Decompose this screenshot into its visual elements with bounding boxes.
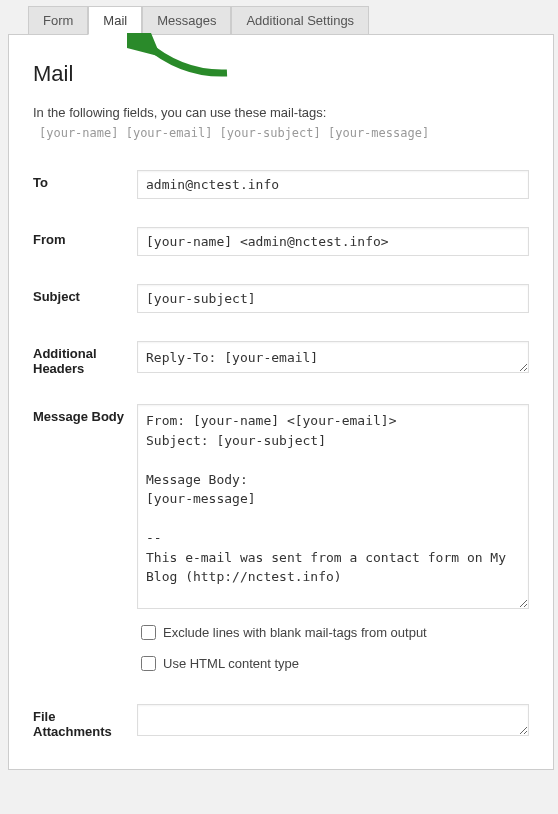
exclude-blank-label: Exclude lines with blank mail-tags from … — [163, 625, 427, 640]
mailtags-list: [your-name] [your-email] [your-subject] … — [39, 126, 529, 140]
use-html-checkbox[interactable] — [141, 656, 156, 671]
additional-headers-input[interactable] — [137, 341, 529, 373]
panel-heading: Mail — [33, 61, 529, 87]
file-attachments-label: File Attachments — [33, 704, 137, 739]
additional-headers-label: Additional Headers — [33, 341, 137, 376]
to-input[interactable] — [137, 170, 529, 199]
mail-panel: Mail In the following fields, you can us… — [8, 34, 554, 770]
use-html-label: Use HTML content type — [163, 656, 299, 671]
from-input[interactable] — [137, 227, 529, 256]
message-body-input[interactable] — [137, 404, 529, 609]
tab-additional-settings[interactable]: Additional Settings — [231, 6, 369, 35]
exclude-blank-checkbox[interactable] — [141, 625, 156, 640]
message-body-label: Message Body — [33, 404, 137, 424]
to-label: To — [33, 170, 137, 190]
tab-mail[interactable]: Mail — [88, 6, 142, 35]
tab-messages[interactable]: Messages — [142, 6, 231, 35]
intro-text: In the following fields, you can use the… — [33, 105, 529, 120]
subject-input[interactable] — [137, 284, 529, 313]
tab-form[interactable]: Form — [28, 6, 88, 35]
from-label: From — [33, 227, 137, 247]
subject-label: Subject — [33, 284, 137, 304]
file-attachments-input[interactable] — [137, 704, 529, 736]
tab-bar: Form Mail Messages Additional Settings — [0, 0, 558, 34]
